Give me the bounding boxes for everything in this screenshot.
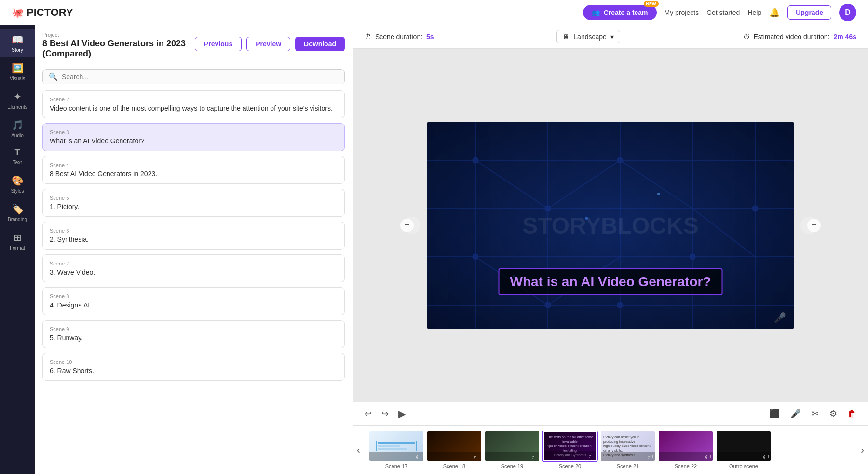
- redo-button[interactable]: ↪: [380, 406, 391, 421]
- logo-text: PICTORY: [27, 6, 73, 19]
- sidebar-item-audio[interactable]: 🎵 Audio: [0, 114, 35, 143]
- left-panel: Project 8 Best AI Video Generators in 20…: [35, 25, 353, 474]
- topnav: 🐙 PICTORY 👥 Create a team NEW My project…: [0, 0, 868, 25]
- scene-card-3[interactable]: Scene 3 What is an AI Video Generator?: [42, 123, 345, 151]
- svg-line-19: [620, 160, 692, 209]
- header-actions: Previous Preview Download: [195, 37, 345, 51]
- thumb-icon: 🏷: [763, 453, 769, 460]
- logo: 🐙 PICTORY: [12, 6, 73, 19]
- timeline-item-outro[interactable]: 🏷 Outro scene: [717, 431, 771, 469]
- timeline-scene-label: Scene 22: [675, 463, 697, 469]
- sidebar-item-label: Audio: [11, 133, 24, 138]
- scene-label: Scene 10: [50, 359, 338, 365]
- add-scene-left-button[interactable]: +: [400, 219, 414, 232]
- scene-label: Scene 6: [50, 228, 338, 234]
- timeline: ‹ › 🏷 Scene 17: [353, 425, 868, 474]
- upgrade-button[interactable]: Upgrade: [787, 5, 831, 20]
- caption-button[interactable]: ⬛: [767, 406, 782, 421]
- timeline-item-20[interactable]: The texts on the bill offer some invalua…: [543, 431, 597, 469]
- timeline-item-18[interactable]: 🏷 Scene 18: [427, 431, 481, 469]
- create-team-button[interactable]: 👥 Create a team NEW: [583, 5, 657, 20]
- scene-text: 1. Pictory.: [50, 203, 338, 210]
- timeline-scene-label: Scene 20: [559, 463, 581, 469]
- sidebar-item-label: Format: [10, 245, 25, 251]
- avatar[interactable]: D: [839, 4, 856, 21]
- sidebar-item-styles[interactable]: 🎨 Styles: [0, 170, 35, 198]
- thumbnail-20: The texts on the bill offer some invalua…: [543, 431, 597, 461]
- scene-duration: ⏱ Scene duration: 5s: [365, 33, 434, 41]
- thumb-icon: 🏷: [647, 453, 653, 460]
- scene-duration-value: 5s: [426, 33, 434, 41]
- left-panel-header: Project 8 Best AI Video Generators in 20…: [35, 25, 353, 63]
- help-link[interactable]: Help: [747, 9, 761, 16]
- timeline-item-19[interactable]: 🏷 Scene 19: [485, 431, 539, 469]
- timeline-prev-button[interactable]: ‹: [357, 445, 360, 456]
- topnav-right: 👥 Create a team NEW My projects Get star…: [583, 4, 856, 21]
- scene-card-5[interactable]: Scene 5 1. Pictory.: [42, 189, 345, 217]
- timeline-next-button[interactable]: ›: [861, 445, 864, 456]
- scene-label: Scene 2: [50, 97, 338, 102]
- scene-label: Scene 3: [50, 129, 338, 135]
- project-title: 8 Best AI Video Generators in 2023 (Comp…: [42, 39, 195, 59]
- team-icon: 👥: [592, 9, 600, 16]
- scissors-button[interactable]: ✂: [810, 406, 821, 421]
- scene-card-6[interactable]: Scene 6 2. Synthesia.: [42, 222, 345, 250]
- scene-card-8[interactable]: Scene 8 4. Designs.AI.: [42, 287, 345, 315]
- thumb-icon: 🏷: [588, 452, 594, 459]
- scene-card-10[interactable]: Scene 10 6. Raw Shorts.: [42, 353, 345, 381]
- scene-card-4[interactable]: Scene 4 8 Best AI Video Generators in 20…: [42, 156, 345, 184]
- play-button[interactable]: ▶: [396, 406, 407, 421]
- download-button[interactable]: Download: [295, 37, 345, 51]
- preview-button[interactable]: Preview: [246, 37, 290, 51]
- sidebar-item-label: Text: [13, 160, 22, 165]
- sidebar-item-branding[interactable]: 🏷️ Branding: [0, 198, 35, 227]
- thumbnail-19: 🏷: [485, 431, 539, 461]
- svg-line-17: [475, 160, 548, 209]
- scene-label: Scene 5: [50, 195, 338, 201]
- timeline-scene-label: Scene 21: [617, 463, 639, 469]
- svg-point-24: [657, 193, 660, 195]
- scene-card-9[interactable]: Scene 9 5. Runway.: [42, 320, 345, 348]
- main-layout: 📖 Story 🖼️ Visuals ✦ Elements 🎵 Audio T …: [0, 25, 868, 474]
- sidebar-item-text[interactable]: T Text: [0, 143, 35, 170]
- scene-text: 3. Wave Video.: [50, 268, 338, 276]
- sidebar-item-story[interactable]: 📖 Story: [0, 29, 35, 57]
- branding-icon: 🏷️: [12, 203, 24, 215]
- scene-label: Scene 4: [50, 162, 338, 168]
- styles-icon: 🎨: [12, 175, 24, 186]
- previous-button[interactable]: Previous: [195, 37, 242, 51]
- video-controls: ↩ ↪ ▶ ⬛ 🎤 ✂ ⚙ 🗑: [353, 402, 868, 425]
- scene-card-2[interactable]: Scene 2 Video content is one of the most…: [42, 90, 345, 118]
- new-badge: NEW: [644, 1, 659, 7]
- timeline-scroll: 🏷 Scene 17 🏷 Scene 18: [353, 431, 868, 469]
- landscape-selector[interactable]: 🖥 Landscape ▾: [556, 30, 620, 43]
- controls-left: ↩ ↪ ▶: [363, 406, 407, 421]
- sidebar-item-elements[interactable]: ✦ Elements: [0, 86, 35, 114]
- settings-button[interactable]: ⚙: [827, 406, 839, 421]
- undo-button[interactable]: ↩: [363, 406, 374, 421]
- microphone-button[interactable]: 🎤: [788, 406, 803, 421]
- add-scene-right-button[interactable]: +: [807, 219, 821, 232]
- scene-text: 5. Runway.: [50, 334, 338, 342]
- timeline-scene-label: Scene 17: [385, 463, 407, 469]
- scenes-list: Scene 2 Video content is one of the most…: [35, 90, 353, 474]
- video-area: ← → + +: [353, 49, 868, 402]
- scene-label: Scene 7: [50, 261, 338, 266]
- timeline-scene-label: Scene 19: [501, 463, 523, 469]
- search-input[interactable]: [62, 73, 339, 81]
- sidebar-item-format[interactable]: ⊞ Format: [0, 227, 35, 255]
- timeline-item-22[interactable]: 🏷 Scene 22: [659, 431, 713, 469]
- scene-text: 4. Designs.AI.: [50, 301, 338, 309]
- topnav-left: 🐙 PICTORY: [12, 6, 73, 19]
- get-started-link[interactable]: Get started: [706, 9, 740, 16]
- timeline-item-21[interactable]: Pictory can assist you in producing impr…: [601, 431, 655, 469]
- project-label: Project: [42, 32, 195, 38]
- sidebar-item-visuals[interactable]: 🖼️ Visuals: [0, 57, 35, 86]
- delete-button[interactable]: 🗑: [846, 407, 858, 421]
- video-canvas: STORYBLOCKS What is an AI Video Generato…: [427, 122, 794, 329]
- sidebar: 📖 Story 🖼️ Visuals ✦ Elements 🎵 Audio T …: [0, 25, 35, 474]
- scene-card-7[interactable]: Scene 7 3. Wave Video.: [42, 254, 345, 282]
- timeline-item-17[interactable]: 🏷 Scene 17: [369, 431, 423, 469]
- bell-icon[interactable]: 🔔: [769, 7, 780, 18]
- my-projects-link[interactable]: My projects: [665, 9, 699, 16]
